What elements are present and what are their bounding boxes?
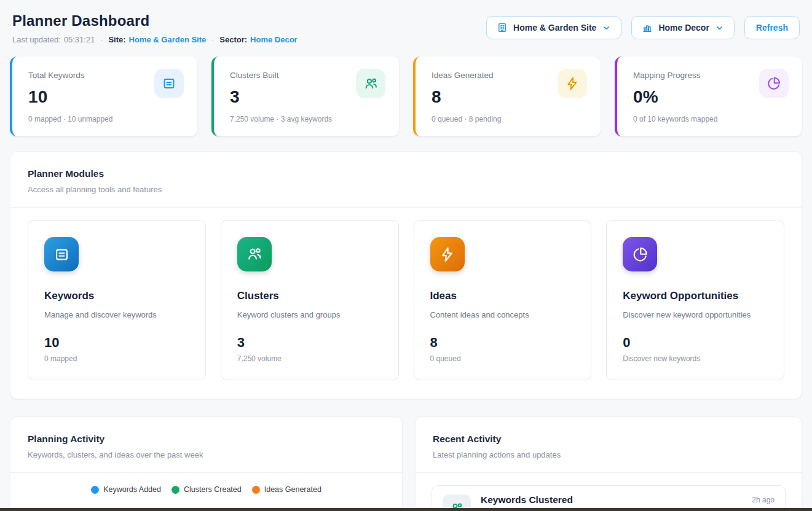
module-card-keywords[interactable]: Keywords Manage and discover keywords 10… <box>28 220 206 380</box>
header-actions: Home & Garden Site Home Decor Refresh <box>486 12 802 39</box>
meta-separator: · <box>211 36 214 44</box>
module-title: Clusters <box>237 290 382 302</box>
stat-caption: 7,250 volume · 3 avg keywords <box>230 115 384 123</box>
stat-card-ideas-generated: Ideas Generated 8 0 queued · 8 pending <box>413 57 601 136</box>
stat-caption: 0 mapped · 10 unmapped <box>28 115 183 123</box>
page-title: Planner Dashboard <box>12 12 298 29</box>
sector-selector-dropdown[interactable]: Home Decor <box>631 16 734 39</box>
stats-row: Total Keywords 10 0 mapped · 10 unmapped… <box>10 57 802 136</box>
planner-modules-panel: Planner Modules Access all planning tool… <box>10 151 802 399</box>
pie-chart-icon <box>623 237 657 271</box>
bolt-icon <box>430 237 465 271</box>
modules-panel-title: Planner Modules <box>28 168 784 179</box>
screen-bottom-bar <box>0 508 812 511</box>
recent-activity-subtitle: Latest planning actions and updates <box>433 450 784 459</box>
recent-activity-title: Recent Activity <box>433 434 784 445</box>
module-value: 3 <box>237 335 382 351</box>
sector-label: Sector: <box>219 35 247 44</box>
module-value: 8 <box>430 335 575 351</box>
planning-activity-title: Planning Activity <box>28 434 385 445</box>
bottom-row: Planning Activity Keywords, clusters, an… <box>10 416 802 511</box>
planning-activity-header: Planning Activity Keywords, clusters, an… <box>10 417 402 473</box>
module-caption: 0 queued <box>430 354 575 363</box>
planning-activity-subtitle: Keywords, clusters, and ideas over the p… <box>28 450 385 459</box>
module-caption: 0 mapped <box>44 354 189 363</box>
site-selector-dropdown[interactable]: Home & Garden Site <box>486 16 621 39</box>
activity-item-time: 2h ago <box>752 494 775 504</box>
site-label: Site: <box>108 35 125 44</box>
stat-caption: 0 of 10 keywords mapped <box>633 115 787 123</box>
users-icon <box>237 237 272 271</box>
recent-activity-header: Recent Activity Latest planning actions … <box>416 417 802 473</box>
module-caption: Discover new keywords <box>623 354 768 363</box>
module-title: Keyword Opportunities <box>623 290 768 302</box>
refresh-button[interactable]: Refresh <box>744 16 800 39</box>
stat-card-total-keywords: Total Keywords 10 0 mapped · 10 unmapped <box>10 57 197 136</box>
legend-item-keywords-added[interactable]: Keywords Added <box>91 485 161 494</box>
meta-separator: · <box>100 36 103 44</box>
note-icon <box>44 237 79 271</box>
legend-label: Ideas Generated <box>264 485 321 494</box>
users-icon <box>356 69 385 98</box>
sector-link[interactable]: Home Decor <box>250 35 298 44</box>
module-caption: 7,250 volume <box>237 354 382 363</box>
building-icon <box>497 22 508 33</box>
legend-dot-green <box>171 486 179 494</box>
module-value: 0 <box>623 335 768 351</box>
site-selector-label: Home & Garden Site <box>513 23 596 33</box>
chevron-down-icon <box>715 23 724 33</box>
module-title: Ideas <box>430 290 575 302</box>
chart-legend: Keywords Added Clusters Created Ideas Ge… <box>20 485 392 494</box>
legend-item-clusters-created[interactable]: Clusters Created <box>171 485 242 494</box>
bolt-icon <box>558 69 587 98</box>
modules-panel-subtitle: Access all planning tools and features <box>28 185 784 194</box>
recent-activity-panel: Recent Activity Latest planning actions … <box>415 416 802 511</box>
last-updated-time: 05:31:21 <box>64 35 95 44</box>
legend-dot-orange <box>252 486 260 494</box>
module-description: Manage and discover keywords <box>44 310 189 319</box>
stat-card-clusters-built: Clusters Built 3 7,250 volume · 3 avg ke… <box>211 57 399 136</box>
page-header: Planner Dashboard Last updated: 05:31:21… <box>0 0 812 44</box>
stat-caption: 0 queued · 8 pending <box>432 115 586 123</box>
last-updated-label: Last updated: <box>12 35 61 44</box>
module-value: 10 <box>44 335 189 351</box>
activity-item-keywords-clustered: Keywords Clustered 2h ago 3 new clusters… <box>432 485 786 511</box>
sector-selector-label: Home Decor <box>658 23 709 33</box>
module-description: Keyword clusters and groups <box>237 310 382 319</box>
planning-activity-panel: Planning Activity Keywords, clusters, an… <box>10 416 403 511</box>
module-description: Content ideas and concepts <box>430 310 575 319</box>
module-card-ideas[interactable]: Ideas Content ideas and concepts 8 0 que… <box>414 220 592 380</box>
legend-label: Keywords Added <box>103 485 161 494</box>
legend-label: Clusters Created <box>184 485 242 494</box>
module-title: Keywords <box>44 290 189 302</box>
header-left: Planner Dashboard Last updated: 05:31:21… <box>12 12 298 44</box>
bar-chart-icon <box>642 22 653 33</box>
module-description: Discover new keyword opportunities <box>623 310 768 319</box>
modules-grid: Keywords Manage and discover keywords 10… <box>10 208 802 399</box>
module-card-keyword-opportunities[interactable]: Keyword Opportunities Discover new keywo… <box>606 220 784 380</box>
pie-chart-icon <box>759 69 789 98</box>
legend-dot-blue <box>91 486 99 494</box>
recent-activity-list: Keywords Clustered 2h ago 3 new clusters… <box>416 473 802 511</box>
note-icon <box>154 69 184 98</box>
chevron-down-icon <box>602 23 611 33</box>
site-link[interactable]: Home & Garden Site <box>129 35 207 44</box>
module-card-clusters[interactable]: Clusters Keyword clusters and groups 3 7… <box>221 220 399 380</box>
activity-item-title: Keywords Clustered <box>481 494 573 505</box>
stat-card-mapping-progress: Mapping Progress 0% 0 of 10 keywords map… <box>615 57 802 136</box>
chart-body: Keywords Added Clusters Created Ideas Ge… <box>10 473 402 511</box>
legend-item-ideas-generated[interactable]: Ideas Generated <box>252 485 321 494</box>
header-meta: Last updated: 05:31:21 · Site: Home & Ga… <box>12 35 298 44</box>
modules-panel-header: Planner Modules Access all planning tool… <box>10 152 802 208</box>
